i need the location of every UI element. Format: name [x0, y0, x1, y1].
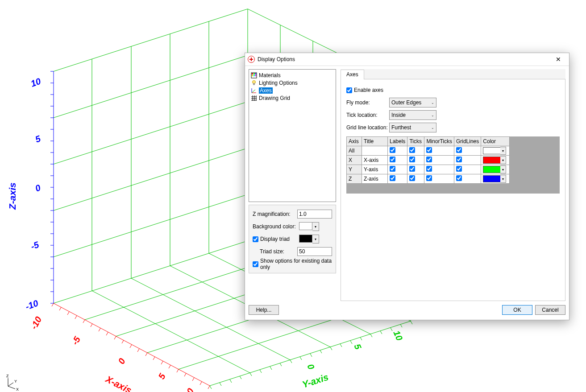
col-title[interactable]: Title — [362, 137, 388, 146]
svg-line-41 — [310, 354, 312, 357]
axes-grid[interactable]: Axis Title Labels Ticks MinorTicks GridL… — [346, 136, 560, 194]
ticks-checkbox[interactable] — [409, 166, 415, 172]
fly-mode-combo[interactable]: Outer Edges⌄ — [389, 98, 436, 107]
x-tick: -10 — [29, 315, 43, 331]
svg-rect-110 — [254, 83, 255, 85]
gridline-location-label: Grid line location: — [346, 124, 389, 131]
labels-cell[interactable] — [388, 156, 407, 165]
svg-line-15 — [54, 148, 248, 210]
labels-checkbox[interactable] — [390, 175, 395, 181]
labels-checkbox[interactable] — [390, 166, 395, 172]
col-labels[interactable]: Labels — [388, 137, 407, 146]
ticks-cell[interactable] — [407, 146, 424, 156]
gridlines-cell[interactable] — [454, 174, 481, 184]
svg-text:Z: Z — [6, 374, 9, 378]
chevron-down-icon[interactable]: ▾ — [500, 175, 506, 183]
title-input[interactable] — [364, 176, 386, 182]
ticks-cell[interactable] — [407, 156, 424, 165]
gridlines-checkbox[interactable] — [456, 175, 462, 181]
ticks-checkbox[interactable] — [409, 157, 415, 162]
minor-checkbox[interactable] — [426, 175, 432, 181]
title-input[interactable] — [364, 166, 386, 173]
minor-cell[interactable] — [424, 165, 454, 174]
col-minorticks[interactable]: MinorTicks — [424, 137, 454, 146]
enable-axes-checkbox[interactable]: Enable axes — [346, 87, 383, 93]
triad-color-picker[interactable]: ▾ — [299, 235, 319, 243]
axes-icon — [251, 87, 257, 94]
labels-cell[interactable] — [388, 165, 407, 174]
ticks-cell[interactable] — [407, 165, 424, 174]
minor-cell[interactable] — [424, 156, 454, 165]
svg-rect-108 — [255, 75, 256, 76]
svg-line-65 — [145, 353, 147, 356]
bg-color-picker[interactable]: ▾ — [299, 222, 319, 231]
gridlines-cell[interactable] — [454, 146, 481, 156]
tick-location-combo[interactable]: Inside⌄ — [389, 110, 436, 120]
tree-item-drawing-grid[interactable]: Drawing Grid — [250, 94, 335, 102]
y-tick: 5 — [352, 342, 363, 351]
col-ticks[interactable]: Ticks — [407, 137, 424, 146]
minor-cell[interactable] — [424, 174, 454, 184]
gridlines-checkbox[interactable] — [456, 166, 462, 172]
existing-only-label: Show options for existing data only — [260, 258, 332, 270]
title-input[interactable] — [364, 157, 386, 163]
chevron-down-icon[interactable]: ▾ — [500, 156, 506, 164]
existing-only-checkbox[interactable]: Show options for existing data only — [253, 258, 332, 270]
labels-cell[interactable] — [388, 146, 407, 156]
ok-button[interactable]: OK — [502, 305, 532, 315]
svg-rect-106 — [252, 75, 253, 76]
svg-line-37 — [270, 367, 272, 370]
gridline-location-combo[interactable]: Furthest⌄ — [389, 123, 436, 132]
x-tick: 0 — [116, 357, 127, 366]
gridlines-checkbox[interactable] — [456, 147, 462, 153]
ticks-checkbox[interactable] — [409, 147, 415, 153]
minor-checkbox[interactable] — [426, 157, 432, 162]
gridlines-checkbox[interactable] — [456, 157, 462, 162]
title-cell[interactable] — [362, 165, 388, 174]
chevron-down-icon[interactable]: ▾ — [500, 165, 506, 173]
labels-cell[interactable] — [388, 174, 407, 184]
z-tick: 10 — [29, 76, 42, 88]
color-cell[interactable]: ▾ — [481, 146, 510, 156]
title-cell[interactable] — [362, 146, 388, 156]
gridlines-cell[interactable] — [454, 165, 481, 174]
z-tick: 0 — [34, 182, 42, 193]
minor-cell[interactable] — [424, 146, 454, 156]
ticks-checkbox[interactable] — [409, 175, 415, 181]
gridlines-cell[interactable] — [454, 156, 481, 165]
svg-line-66 — [153, 357, 155, 360]
tree-item-lighting[interactable]: Lighting Options — [250, 79, 335, 87]
tab-axes[interactable]: Axes — [341, 70, 364, 79]
axis-cell: All — [347, 146, 362, 156]
labels-checkbox[interactable] — [390, 147, 395, 153]
help-button[interactable]: Help... — [249, 305, 279, 315]
svg-line-55 — [67, 312, 69, 315]
col-gridlines[interactable]: GridLines — [454, 137, 481, 146]
z-mag-input[interactable] — [297, 210, 332, 219]
col-axis[interactable]: Axis — [347, 137, 362, 146]
minor-checkbox[interactable] — [426, 166, 432, 172]
close-button[interactable]: ✕ — [549, 54, 567, 65]
category-tree[interactable]: Materials Lighting Options Axes — [249, 69, 336, 202]
labels-checkbox[interactable] — [390, 157, 395, 162]
chevron-down-icon[interactable]: ▾ — [500, 147, 506, 155]
color-cell[interactable]: ▾ — [481, 156, 510, 165]
col-color[interactable]: Color — [481, 137, 510, 146]
tree-item-axes[interactable]: Axes — [250, 87, 335, 94]
display-triad-checkbox[interactable]: Display triad — [253, 236, 299, 242]
titlebar[interactable]: Display Options ✕ — [245, 53, 569, 66]
axis-cell: X — [347, 156, 362, 165]
triad-size-input[interactable] — [297, 247, 332, 256]
color-cell[interactable]: ▾ — [481, 174, 510, 184]
minor-checkbox[interactable] — [426, 147, 432, 153]
tree-item-materials[interactable]: Materials — [250, 71, 335, 79]
cancel-button[interactable]: Cancel — [535, 305, 565, 315]
table-row: X▾ — [347, 156, 510, 165]
title-cell[interactable] — [362, 174, 388, 184]
y-tick: 0 — [305, 363, 316, 371]
title-cell[interactable] — [362, 156, 388, 165]
title-input[interactable] — [364, 148, 386, 154]
color-cell[interactable]: ▾ — [481, 165, 510, 174]
svg-line-47 — [370, 334, 372, 337]
ticks-cell[interactable] — [407, 174, 424, 184]
